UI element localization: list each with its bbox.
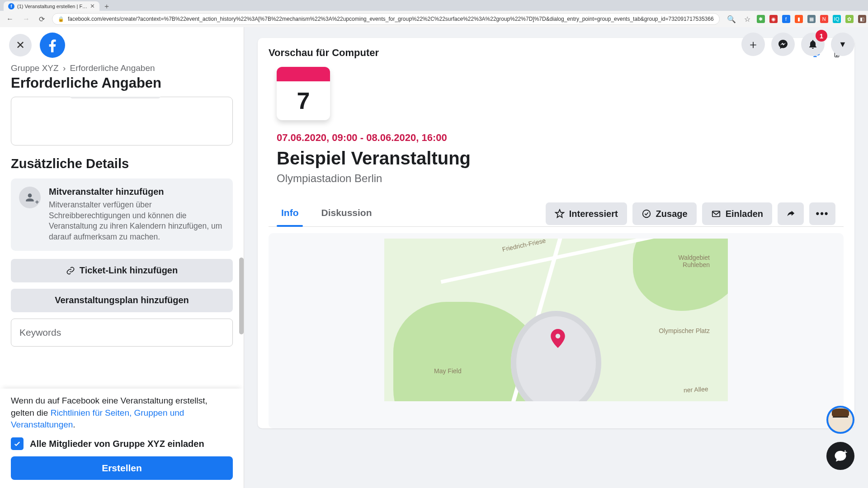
messenger-button[interactable] bbox=[771, 33, 795, 56]
create-event-sidebar: ✕ Gruppe XYZ › Erforderliche Angaben Erf… bbox=[0, 27, 244, 488]
back-button[interactable]: ← bbox=[5, 15, 15, 23]
close-button[interactable]: ✕ bbox=[9, 34, 32, 56]
close-icon: ✕ bbox=[16, 39, 25, 52]
messenger-icon bbox=[778, 39, 788, 50]
envelope-icon bbox=[711, 209, 721, 219]
url-text: facebook.com/events/create/?acontext=%7B… bbox=[68, 16, 714, 22]
address-bar[interactable]: 🔒 facebook.com/events/create/?acontext=%… bbox=[52, 13, 720, 25]
preview-card: Vorschau für Computer 7 07.06.2020, 09:0… bbox=[258, 38, 854, 428]
checkmark-icon bbox=[13, 440, 21, 448]
header-actions: ＋ 1 ▼ bbox=[741, 33, 854, 56]
breadcrumb-page: Erforderliche Angaben bbox=[70, 63, 155, 73]
tab-close-icon[interactable]: ✕ bbox=[90, 3, 95, 9]
event-location: Olympiastadion Berlin bbox=[277, 172, 835, 185]
account-menu-button[interactable]: ▼ bbox=[831, 33, 854, 56]
event-title: Beispiel Veranstaltung bbox=[277, 148, 835, 169]
calendar-day: 7 bbox=[277, 81, 330, 120]
additional-details-heading: Zusätzliche Details bbox=[11, 156, 233, 171]
notifications-button[interactable]: 1 bbox=[801, 33, 825, 56]
map-label: Waldgebiet Ruhleben bbox=[665, 254, 710, 268]
extension-icon[interactable]: N bbox=[820, 15, 828, 23]
event-date-range: 07.06.2020, 09:00 - 08.06.2020, 16:00 bbox=[277, 132, 835, 144]
coorganizer-title: Mitveranstalter hinzufügen bbox=[49, 187, 225, 197]
reload-button[interactable]: ⟳ bbox=[37, 15, 47, 23]
extension-icon[interactable]: ▮ bbox=[795, 15, 803, 23]
extension-icon[interactable]: ◧ bbox=[858, 15, 866, 23]
star-icon bbox=[555, 209, 565, 219]
tab-info[interactable]: Info bbox=[277, 201, 303, 226]
preview-heading: Vorschau für Computer bbox=[269, 47, 379, 59]
invite-all-label: Alle Mitglieder von Gruppe XYZ einladen bbox=[30, 439, 204, 449]
add-coorganizer-card[interactable]: + Mitveranstalter hinzufügen Mitveransta… bbox=[11, 178, 233, 251]
browser-chrome: f (1) Veranstaltung erstellen | F… ✕ ＋ ←… bbox=[0, 0, 868, 27]
breadcrumb: Gruppe XYZ › Erforderliche Angaben bbox=[0, 63, 244, 73]
notification-badge: 1 bbox=[816, 30, 827, 42]
add-ticket-link-button[interactable]: Ticket-Link hinzufügen bbox=[11, 259, 233, 282]
star-icon[interactable]: ☆ bbox=[742, 15, 752, 23]
invite-button[interactable]: Einladen bbox=[702, 202, 772, 225]
zoom-icon[interactable]: 🔍 bbox=[725, 15, 738, 23]
chevron-down-icon: ▼ bbox=[839, 40, 847, 49]
coorganizer-description: Mitveranstalter verfügen über Schreibber… bbox=[49, 200, 225, 243]
plus-icon: + bbox=[843, 448, 847, 456]
extension-icons: 🔍 ☆ ✱ ◉ f ▮ ▦ N IQ ✿ ◧ ⊕ ⬤ ⋮ bbox=[725, 15, 868, 23]
forward-button[interactable]: → bbox=[21, 15, 32, 23]
interested-button[interactable]: Interessiert bbox=[546, 202, 627, 225]
chevron-right-icon: › bbox=[61, 63, 67, 73]
create-button[interactable]: Erstellen bbox=[11, 456, 233, 480]
profile-avatar-button[interactable] bbox=[826, 406, 854, 434]
page-title: Erforderliche Angaben bbox=[0, 73, 244, 97]
invite-all-checkbox[interactable] bbox=[11, 437, 24, 450]
new-tab-button[interactable]: ＋ bbox=[101, 2, 112, 11]
scrollbar[interactable] bbox=[239, 258, 244, 334]
more-icon: ••• bbox=[816, 208, 829, 220]
map-label: Olympischer Platz bbox=[659, 327, 710, 334]
extension-icon[interactable]: ▦ bbox=[807, 15, 816, 23]
browser-tab[interactable]: f (1) Veranstaltung erstellen | F… ✕ bbox=[4, 1, 99, 11]
event-map[interactable]: May Field Waldgebiet Ruhleben Olympische… bbox=[384, 239, 728, 401]
plus-icon: ＋ bbox=[747, 37, 759, 52]
link-icon bbox=[66, 266, 75, 275]
going-button[interactable]: Zusage bbox=[632, 202, 697, 225]
extension-icon[interactable]: IQ bbox=[833, 15, 841, 23]
breadcrumb-group[interactable]: Gruppe XYZ bbox=[11, 63, 59, 73]
create-menu-button[interactable]: ＋ bbox=[741, 33, 765, 56]
event-form-field[interactable] bbox=[11, 97, 233, 145]
facebook-favicon-icon: f bbox=[8, 3, 14, 9]
extension-icon[interactable]: ✱ bbox=[757, 15, 765, 23]
policy-text: Wenn du auf Facebook eine Veranstaltung … bbox=[11, 395, 233, 431]
keywords-placeholder: Keywords bbox=[19, 327, 61, 338]
facebook-logo-icon bbox=[44, 37, 61, 54]
new-message-button[interactable]: + bbox=[826, 442, 854, 470]
extension-icon[interactable]: f bbox=[782, 15, 790, 23]
map-pin-icon bbox=[551, 329, 565, 343]
calendar-badge: 7 bbox=[277, 67, 330, 120]
share-button[interactable] bbox=[778, 202, 804, 225]
map-label: ner Allee bbox=[683, 385, 708, 394]
share-icon bbox=[786, 209, 796, 219]
lock-icon: 🔒 bbox=[58, 16, 64, 22]
bell-icon bbox=[807, 39, 818, 50]
svg-point-3 bbox=[642, 210, 650, 218]
facebook-logo[interactable] bbox=[40, 33, 65, 58]
person-add-icon: + bbox=[19, 187, 41, 208]
tab-discussion[interactable]: Diskussion bbox=[316, 201, 376, 226]
extension-icon[interactable]: ✿ bbox=[845, 15, 854, 23]
checkmark-circle-icon bbox=[642, 209, 651, 219]
extension-icon[interactable]: ◉ bbox=[769, 15, 778, 23]
more-button[interactable]: ••• bbox=[809, 202, 835, 225]
tab-title: (1) Veranstaltung erstellen | F… bbox=[17, 4, 87, 9]
map-label: Friedrich-Friese bbox=[501, 239, 546, 253]
sidebar-scroll[interactable]: Zusätzliche Details + Mitveranstalter hi… bbox=[0, 97, 244, 389]
add-schedule-button[interactable]: Veranstaltungsplan hinzufügen bbox=[11, 289, 233, 312]
map-label: May Field bbox=[434, 367, 462, 375]
keywords-input[interactable]: Keywords bbox=[11, 319, 233, 347]
